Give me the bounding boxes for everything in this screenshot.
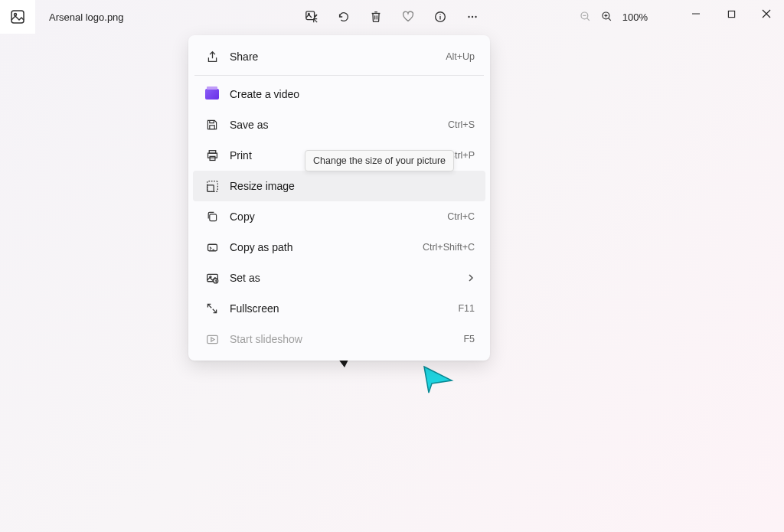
chevron-right-icon (467, 274, 475, 282)
svg-rect-23 (207, 335, 217, 343)
menu-label: Resize image (230, 180, 475, 192)
zoom-in-button[interactable] (601, 11, 613, 23)
delete-button[interactable] (367, 8, 385, 26)
close-button[interactable] (749, 0, 784, 28)
svg-point-8 (475, 16, 476, 18)
menu-label: Share (230, 51, 446, 63)
set-as-icon (204, 270, 220, 286)
menu-label: Start slideshow (230, 333, 463, 345)
svg-rect-17 (210, 214, 217, 221)
toolbar-right: 100% (580, 0, 784, 34)
edit-image-button[interactable] (302, 8, 321, 26)
zoom-level-label[interactable]: 100% (622, 11, 648, 23)
resize-tooltip: Change the size of your picture (305, 150, 454, 171)
menu-item-copy[interactable]: Copy Ctrl+C (193, 201, 485, 232)
svg-point-7 (472, 16, 473, 18)
svg-rect-15 (207, 181, 217, 191)
svg-rect-11 (728, 11, 734, 17)
copy-path-icon (204, 240, 220, 255)
filename-label: Arsenal logo.png (49, 11, 124, 23)
menu-shortcut: F5 (463, 334, 475, 344)
menu-label: Copy (230, 211, 447, 223)
cursor-icon (421, 364, 458, 394)
info-button[interactable] (431, 8, 449, 26)
menu-item-create-video[interactable]: Create a video (193, 79, 485, 109)
maximize-button[interactable] (714, 0, 749, 28)
clipchamp-icon (204, 86, 220, 102)
titlebar: Arsenal logo.png (0, 0, 784, 34)
svg-rect-14 (210, 156, 215, 160)
menu-label: Fullscreen (230, 302, 458, 315)
menu-item-save-as[interactable]: Save as Ctrl+S (193, 109, 485, 140)
svg-point-22 (215, 280, 216, 281)
menu-shortcut: Alt+Up (446, 51, 475, 62)
svg-point-5 (439, 14, 440, 15)
copy-icon (204, 209, 220, 224)
menu-item-fullscreen[interactable]: Fullscreen F11 (193, 293, 485, 324)
menu-shortcut: Ctrl+S (448, 119, 475, 130)
rotate-button[interactable] (335, 8, 353, 26)
menu-shortcut: Ctrl+Shift+C (423, 242, 475, 253)
menu-item-slideshow: Start slideshow F5 (193, 324, 485, 354)
more-button[interactable] (463, 8, 482, 26)
menu-shortcut: F11 (458, 303, 475, 314)
svg-rect-0 (11, 11, 24, 23)
menu-label: Create a video (230, 88, 475, 100)
menu-item-copy-path[interactable]: Copy as path Ctrl+Shift+C (193, 232, 485, 263)
menu-item-set-as[interactable]: Set as (193, 263, 485, 293)
app-icon (0, 0, 35, 34)
more-context-menu: Share Alt+Up Create a video Save as Ctrl… (188, 35, 490, 361)
resize-icon (204, 178, 220, 194)
toolbar-center (302, 8, 482, 26)
share-icon (204, 49, 220, 64)
menu-label: Save as (230, 119, 448, 131)
zoom-group: 100% (580, 11, 648, 23)
print-icon (204, 148, 220, 163)
menu-shortcut: Ctrl+C (447, 211, 475, 222)
zoom-out-button[interactable] (580, 11, 592, 23)
fullscreen-icon (204, 301, 220, 316)
slideshow-icon (204, 331, 220, 347)
minimize-button[interactable] (678, 0, 714, 28)
menu-label: Copy as path (230, 241, 423, 253)
save-icon (204, 117, 220, 132)
svg-rect-12 (210, 126, 214, 129)
menu-separator (194, 75, 484, 76)
menu-label: Set as (230, 272, 467, 284)
svg-rect-16 (207, 184, 214, 191)
menu-item-share[interactable]: Share Alt+Up (193, 41, 485, 72)
favorite-button[interactable] (399, 8, 417, 26)
menu-item-resize[interactable]: Resize image (193, 171, 485, 201)
window-controls (678, 0, 784, 34)
svg-point-6 (468, 16, 469, 18)
